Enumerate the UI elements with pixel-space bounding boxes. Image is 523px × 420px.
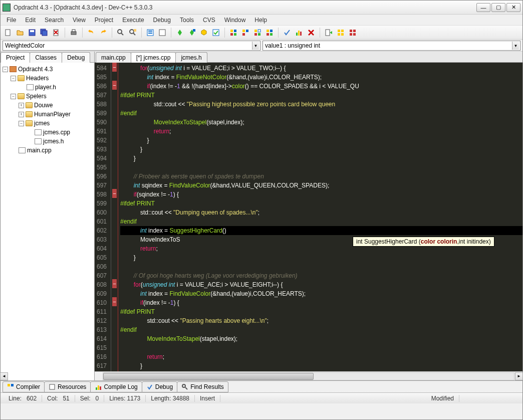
project-tree[interactable]: −Opdracht 4.3 −Headers player.h −Spelers… [1,63,94,380]
menu-debug[interactable]: Debug [149,16,175,25]
tab-compile-log[interactable]: Compile Log [90,381,142,392]
save-all-button[interactable] [39,27,50,38]
save-button[interactable] [27,27,38,38]
replace-button[interactable] [127,27,138,38]
tree-root[interactable]: −Opdracht 4.3 [2,65,93,74]
svg-rect-19 [230,33,233,36]
parameter-tooltip: int SuggestHigherCard (color colorin,int… [353,237,494,247]
menu-tools[interactable]: Tools [176,16,198,25]
new-file-button[interactable] [3,27,14,38]
redo-button[interactable] [98,27,109,38]
svg-rect-29 [270,30,273,32]
combo-row: WeightedColor ▼ value1 : unsigned int ▼ [1,40,522,52]
maximize-button[interactable]: ▢ [491,3,505,12]
editor-tab-jcmes-cpp[interactable]: [*] jcmes.cpp [131,52,176,63]
horizontal-scrollbar[interactable]: ◄ ► [95,371,522,380]
tab-compiler[interactable]: Compiler [3,381,45,392]
new-project-button[interactable] [228,27,239,38]
tab-classes[interactable]: Classes [30,52,62,63]
check-button[interactable] [282,27,293,38]
menu-help[interactable]: Help [250,16,271,25]
menu-execute[interactable]: Execute [118,16,148,25]
open-button[interactable] [15,27,26,38]
close-file-button[interactable] [51,27,62,38]
scroll-left-icon[interactable]: ◄ [0,372,8,380]
delete-button[interactable] [306,27,317,38]
menu-view[interactable]: View [69,16,90,25]
menu-edit[interactable]: Edit [21,16,40,25]
rebuild-button[interactable] [186,27,197,38]
tree-folder-humanplayer[interactable]: +HumanPlayer [2,110,93,119]
class-combo[interactable]: WeightedColor ▼ [3,41,260,51]
status-lines: Lines: 1173 [104,395,146,402]
svg-rect-48 [98,385,99,390]
compile-run-button[interactable] [174,27,185,38]
svg-rect-21 [242,30,245,32]
code-content[interactable]: for(unsigned int i = VALUE_ACE;i > VALUE… [118,63,522,371]
tree-file-player-h[interactable]: player.h [2,83,93,92]
scroll-thumb[interactable] [103,373,314,380]
scroll-right-icon[interactable]: ► [515,372,523,380]
editor-tab-jcmes-h[interactable]: jcmes.h [175,52,207,63]
left-panel: Project Classes Debug −Opdracht 4.3 −Hea… [1,52,95,380]
stats-button[interactable] [294,27,305,38]
code-editor[interactable]: 5845855865875885895905915925935945955965… [95,63,522,371]
comment-button[interactable] [347,27,358,38]
menu-project[interactable]: Project [91,16,117,25]
bookmark-button[interactable] [335,27,346,38]
tab-resources[interactable]: Resources [44,381,91,392]
tree-file-jcmes-cpp[interactable]: jcmes.cpp [2,128,93,137]
menubar: File Edit Search View Project Execute De… [1,15,522,26]
fold-column[interactable]: −−−−− [111,63,118,371]
tab-find-results[interactable]: Find Results [177,381,228,392]
toolbar [1,26,522,40]
minimize-button[interactable]: — [476,3,490,12]
add-file-button[interactable] [240,27,251,38]
svg-rect-49 [100,386,101,390]
app-icon [3,4,11,12]
tree-folder-jcmes[interactable]: −jcmes [2,119,93,128]
svg-rect-31 [270,33,273,36]
svg-rect-7 [72,30,75,32]
status-modified: Modified [426,395,459,402]
status-sel: Sel: 0 [75,395,104,402]
svg-rect-35 [326,30,330,36]
tab-project[interactable]: Project [1,52,30,63]
svg-rect-12 [148,31,152,32]
tree-folder-spelers[interactable]: −Spelers [2,92,93,101]
svg-point-8 [118,30,122,34]
menu-file[interactable]: File [3,16,20,25]
goto-button[interactable] [323,27,334,38]
menu-window[interactable]: Window [220,16,250,25]
tab-debug[interactable]: Debug [62,52,90,63]
undo-button[interactable] [86,27,97,38]
tree-file-main-cpp[interactable]: main.cpp [2,146,93,155]
svg-rect-47 [96,387,97,390]
print-button[interactable] [68,27,79,38]
window-title: Opdracht 4.3 - [Opdracht 4.3.dev] - Dev-… [14,4,476,11]
debug-button[interactable] [198,27,209,38]
tree-folder-douwe[interactable]: +Douwe [2,101,93,110]
close-button[interactable]: ✕ [506,3,520,12]
remove-file-button[interactable] [252,27,263,38]
project-options-button[interactable] [264,27,275,38]
bottom-tabs: Compiler Resources Compile Log Debug Fin… [1,380,522,392]
editor-tab-main[interactable]: main.cpp [96,52,131,63]
find-button[interactable] [115,27,126,38]
svg-rect-39 [341,33,344,36]
tab-debug-bottom[interactable]: Debug [142,381,177,392]
dropdown-arrow-icon[interactable]: ▼ [252,42,259,50]
svg-rect-45 [11,384,14,386]
profile-button[interactable] [210,27,221,38]
status-length: Length: 34888 [146,395,195,402]
svg-rect-18 [234,30,236,32]
dropdown-arrow-icon[interactable]: ▼ [512,42,519,50]
line-gutter: 5845855865875885895905915925935945955965… [95,63,111,371]
member-combo[interactable]: value1 : unsigned int ▼ [263,41,520,51]
run-button[interactable] [157,27,168,38]
tree-folder-headers[interactable]: −Headers [2,74,93,83]
tree-file-jcmes-h[interactable]: jcmes.h [2,137,93,146]
compile-button[interactable] [145,27,156,38]
menu-search[interactable]: Search [41,16,68,25]
menu-cvs[interactable]: CVS [199,16,219,25]
